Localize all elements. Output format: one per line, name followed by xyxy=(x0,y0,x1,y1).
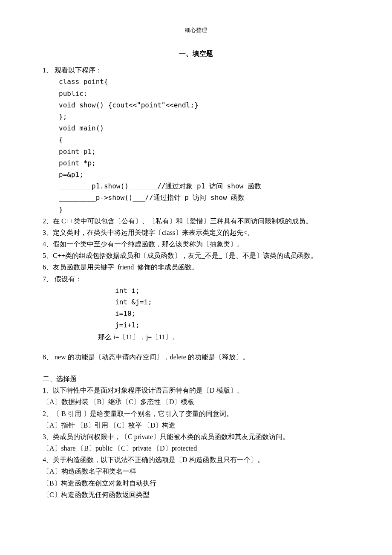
q1-c3: void show() {cout<<"point"<<endl;} xyxy=(59,99,349,111)
q7-prefix: 7、 xyxy=(43,275,53,283)
q1-c2: public: xyxy=(59,88,349,99)
q1-c8: point *p; xyxy=(59,157,349,169)
mc2-stem: 2、〔 B 引用 〕是给变量取一个别名，它引入了变量的同意词。 xyxy=(43,408,349,419)
mc2-opts: 〔A〕指针 〔B〕引用 〔C〕枚举 〔D〕构造 xyxy=(43,419,349,431)
q1-c9: p=&p1; xyxy=(59,169,349,180)
mc4-oB: 〔B〕构造函数在创立对象时自动执行 xyxy=(43,477,349,489)
mc1-opts: 〔A〕数据封装 〔B〕继承〔C〕多态性 〔D〕模板 xyxy=(43,396,349,408)
q1-c10: ________p1.show()_______//通过对象 p1 访问 sho… xyxy=(59,180,349,192)
mc4-stem: 4、关于构造函数，以下说法不正确的选项是〔D 构造函数且只有一个〕。 xyxy=(43,454,349,465)
q2: 2、在 C++类中可以包含〔公有〕、〔私有〕和〔爱惜〕三种具有不同访问限制权的成… xyxy=(43,215,349,227)
mc3-opts: 〔A〕share 〔B〕public 〔C〕private 〔D〕protect… xyxy=(43,442,349,454)
section1-title: 一、填空题 xyxy=(43,48,349,59)
q7-c3: i=10; xyxy=(115,308,349,319)
mc3-stem: 3、类成员的访问权限中，〔C private〕只能被本类的成员函数和其友元函数访… xyxy=(43,431,349,442)
q1-prefix: 1、 xyxy=(43,66,53,74)
mc4-oA: 〔A〕构造函数名字和类名一样 xyxy=(43,465,349,477)
q1-c5: void main() xyxy=(59,122,349,134)
q8: 8、 new 的功能是〔动态申请内存空间〕，delete 的功能是〔释放〕。 xyxy=(43,351,349,363)
q1-text: 观看以下程序： xyxy=(55,66,102,74)
q1-c1: class point{ xyxy=(59,76,349,87)
q7-c2: int &j=i; xyxy=(115,296,349,308)
mc4-oC: 〔C〕构造函数无任何函数返回类型 xyxy=(43,489,349,500)
q1-c12: } xyxy=(59,204,349,215)
q1-c7: point p1; xyxy=(59,146,349,157)
q7-result: 那么 i=〔11〕，j=〔11〕。 xyxy=(98,331,349,343)
page-header: 细心整理 xyxy=(43,26,349,35)
q7-c4: j=i+1; xyxy=(115,319,349,331)
section2-title: 二、选择题 xyxy=(43,373,349,384)
q4: 4、假如一个类中至少有一个纯虚函数，那么该类称为〔抽象类〕。 xyxy=(43,238,349,250)
mc1-stem: 1、以下特性中不是面对对象程序设计语言所特有的是〔D 模版〕。 xyxy=(43,384,349,396)
q7-c1: int i; xyxy=(115,285,349,296)
q1-c6: { xyxy=(59,134,349,145)
q1: 1、 观看以下程序： xyxy=(43,64,349,76)
q5: 5、C++类的组成包括数据成员和〔成员函数〕，友元_不是_〔是、不是〕该类的成员… xyxy=(43,250,349,261)
q7-text: 假设有： xyxy=(55,275,82,283)
q1-c4: }; xyxy=(59,111,349,122)
q3: 3、定义类时，在类头中将运用关键字〔class〕来表示类定义的起先<。 xyxy=(43,227,349,238)
q7: 7、 假设有： xyxy=(43,273,349,285)
q1-c11: _________p->show()___//通过指针 p 访问 show 函数 xyxy=(59,192,349,203)
q6: 6、友员函数是用关键字_friend_修饰的非成员函数。 xyxy=(43,261,349,273)
